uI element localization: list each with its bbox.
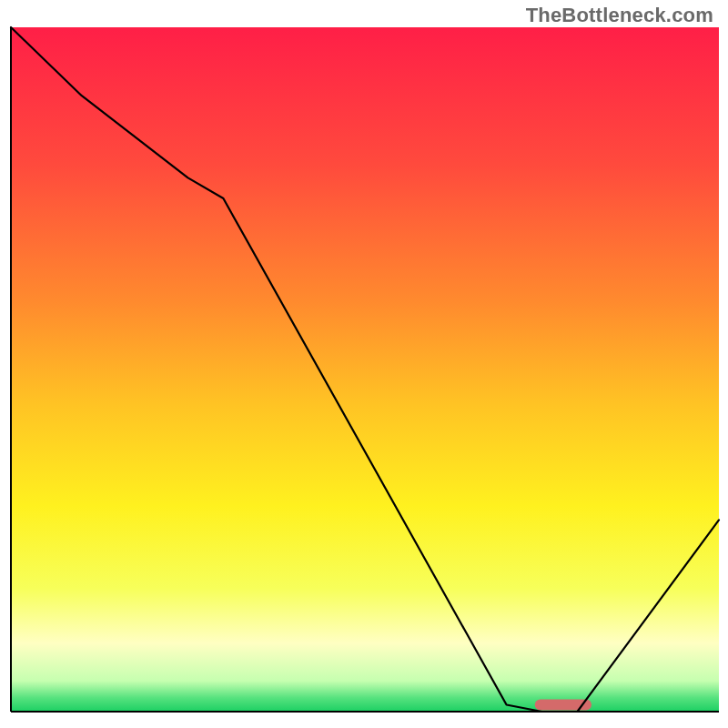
- plot-background: [11, 27, 719, 712]
- bottleneck-chart: [0, 0, 728, 728]
